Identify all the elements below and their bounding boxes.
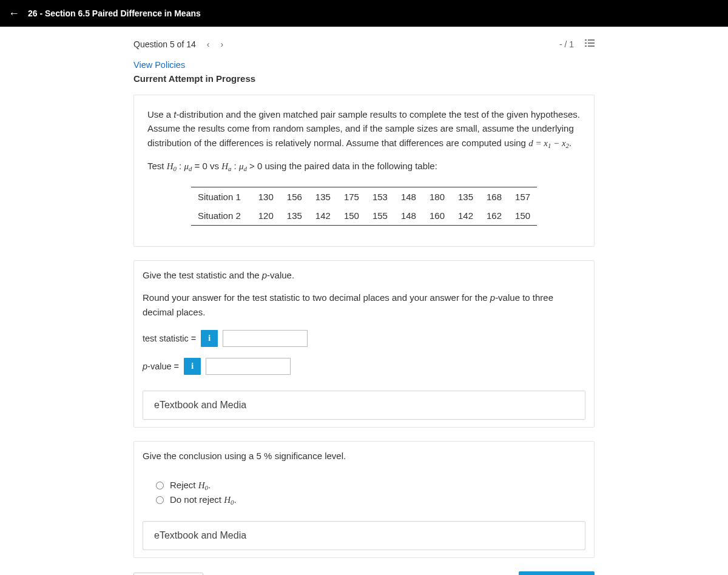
back-arrow-icon[interactable]: ← (8, 7, 19, 20)
radio-reject-input[interactable] (156, 482, 164, 489)
svg-rect-1 (588, 39, 595, 41)
answer-panel-stats: Give the test statistic and the p-value.… (133, 260, 595, 428)
etextbook-media-button[interactable]: eTextbook and Media (143, 391, 585, 420)
svg-rect-4 (585, 45, 587, 47)
p-value-label: p-value = (143, 361, 179, 371)
svg-rect-0 (585, 39, 587, 41)
table-row: Situation 1 1301561351751531481801351681… (191, 187, 537, 207)
question-counter: Question 5 of 14 (133, 39, 196, 49)
view-policies-link[interactable]: View Policies (133, 60, 595, 73)
prompt-paragraph-2: Test H0 : μd = 0 vs Ha : μd > 0 using th… (147, 159, 581, 173)
conclusion-radio-group: Reject H0. Do not reject H0. (156, 480, 585, 505)
section2-line1: Give the test statistic and the p-value. (143, 268, 585, 282)
info-icon[interactable]: i (201, 330, 218, 347)
submit-answer-button[interactable]: Submit Answer (519, 571, 595, 575)
p-value-input[interactable] (206, 358, 291, 375)
radio-do-not-reject[interactable]: Do not reject H0. (156, 494, 585, 505)
prev-question-icon[interactable]: ‹ (207, 39, 210, 49)
svg-rect-5 (588, 45, 595, 47)
etextbook-media-button[interactable]: eTextbook and Media (143, 521, 585, 550)
page-title: 26 - Section 6.5 Paired Difference in Me… (28, 8, 201, 18)
save-for-later-button[interactable]: Save for Later (133, 573, 203, 576)
table-row: Situation 2 1201351421501551481601421621… (191, 206, 537, 226)
paired-data-table: Situation 1 1301561351751531481801351681… (191, 187, 537, 226)
question-nav: Question 5 of 14 ‹ › - / 1 (133, 27, 595, 60)
question-prompt-panel: Use a t-distribution and the given match… (133, 95, 595, 247)
svg-rect-3 (588, 42, 595, 44)
attempt-status: Current Attempt in Progress (133, 73, 595, 95)
answer-panel-conclusion: Give the conclusion using a 5 % signific… (133, 441, 595, 558)
svg-rect-2 (585, 42, 587, 44)
footer-row: Save for Later Attempts: 0 of 4 used Sub… (133, 571, 595, 575)
section2-line2: Round your answer for the test statistic… (143, 291, 585, 319)
test-statistic-row: test statistic = i (143, 330, 585, 347)
next-question-icon[interactable]: › (220, 39, 223, 49)
test-statistic-input[interactable] (223, 330, 308, 347)
info-icon[interactable]: i (184, 358, 201, 375)
score-display: - / 1 (559, 39, 574, 49)
test-statistic-label: test statistic = (143, 334, 196, 343)
top-bar: ← 26 - Section 6.5 Paired Difference in … (0, 0, 728, 27)
question-list-icon[interactable] (585, 39, 595, 49)
p-value-row: p-value = i (143, 358, 585, 375)
conclusion-prompt: Give the conclusion using a 5 % signific… (143, 449, 585, 463)
radio-do-not-reject-input[interactable] (156, 496, 164, 504)
prompt-paragraph-1: Use a t-distribution and the given match… (147, 107, 581, 150)
radio-reject[interactable]: Reject H0. (156, 480, 585, 491)
